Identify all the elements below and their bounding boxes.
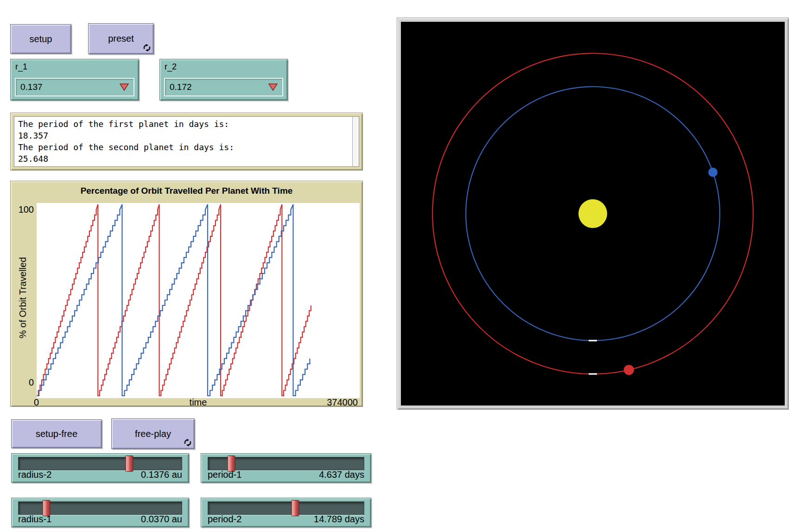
preset-button-label: preset [108, 33, 134, 44]
chooser-r1-value: 0.137 [20, 82, 120, 92]
slider-track[interactable] [208, 501, 364, 515]
slider-track[interactable] [18, 457, 182, 470]
output-line: The period of the first planet in days i… [18, 118, 359, 130]
chooser-r2-label: r_2 [165, 62, 177, 72]
orbit-percentage-plot: Percentage of Orbit Travelled Per Planet… [10, 181, 363, 407]
chooser-r2[interactable]: r_2 0.172 [159, 59, 288, 101]
y-axis-max-label: 100 [11, 204, 34, 215]
x-axis-title: time [37, 397, 360, 408]
preset-button[interactable]: preset [88, 23, 154, 54]
slider-value: 0.1376 au [141, 469, 182, 480]
sun [578, 199, 607, 228]
chooser-r2-value: 0.172 [170, 82, 268, 92]
world-canvas [401, 22, 785, 405]
world-view [401, 22, 785, 405]
x-axis-max-label: 374000 [327, 397, 358, 408]
plot-series-first-planet [37, 204, 311, 396]
chooser-r1-label: r_1 [15, 62, 27, 72]
output-line: 18.357 [18, 130, 359, 141]
setup-button[interactable]: setup [10, 24, 71, 54]
plot-canvas [37, 203, 360, 398]
slider-track[interactable] [18, 501, 182, 515]
slider-label: period-2 [208, 514, 241, 525]
slider-radius-1[interactable]: radius-1 0.0370 au [11, 498, 189, 527]
slider-label: period-1 [208, 469, 241, 480]
output-line: 25.648 [18, 153, 359, 165]
outer-orbit-planet [624, 365, 634, 375]
slider-period-2[interactable]: period-2 14.789 days [201, 498, 371, 527]
y-axis-title: % of Orbit Travelled [18, 252, 28, 344]
plot-title: Percentage of Orbit Travelled Per Planet… [11, 186, 362, 196]
plot-series-second-planet [37, 204, 310, 396]
slider-value: 0.0370 au [141, 514, 182, 525]
setup-free-button-label: setup-free [36, 429, 77, 439]
free-play-button-label: free-play [135, 429, 171, 439]
y-axis-min-label: 0 [11, 377, 34, 388]
setup-button-label: setup [30, 34, 52, 44]
chooser-r1-valuebox[interactable]: 0.137 [15, 78, 134, 96]
output-scrollbar[interactable] [352, 117, 359, 166]
slider-period-1[interactable]: period-1 4.637 days [201, 453, 371, 483]
forever-icon [184, 438, 192, 447]
dropdown-arrow-icon[interactable] [120, 83, 129, 91]
inner-orbit-planet [708, 168, 717, 177]
output-text: The period of the first planet in days i… [14, 116, 359, 167]
slider-value: 14.789 days [314, 514, 364, 525]
slider-radius-2[interactable]: radius-2 0.1376 au [11, 453, 189, 483]
netlogo-interface: setup preset r_1 0.137 r_2 0.172 [0, 0, 800, 532]
plot-area [37, 203, 360, 398]
forever-icon [143, 44, 151, 52]
slider-track[interactable] [208, 457, 364, 470]
world-view-frame [397, 18, 789, 410]
chooser-r2-valuebox[interactable]: 0.172 [164, 78, 283, 96]
slider-value: 4.637 days [319, 469, 364, 480]
slider-label: radius-2 [18, 469, 51, 480]
slider-label: radius-1 [18, 514, 51, 525]
setup-free-button[interactable]: setup-free [11, 419, 102, 448]
free-play-button[interactable]: free-play [111, 418, 195, 449]
output-line: The period of the second planet in days … [18, 141, 359, 153]
output-monitor: The period of the first planet in days i… [10, 113, 363, 171]
dropdown-arrow-icon[interactable] [268, 83, 278, 91]
chooser-r1[interactable]: r_1 0.137 [10, 59, 139, 101]
